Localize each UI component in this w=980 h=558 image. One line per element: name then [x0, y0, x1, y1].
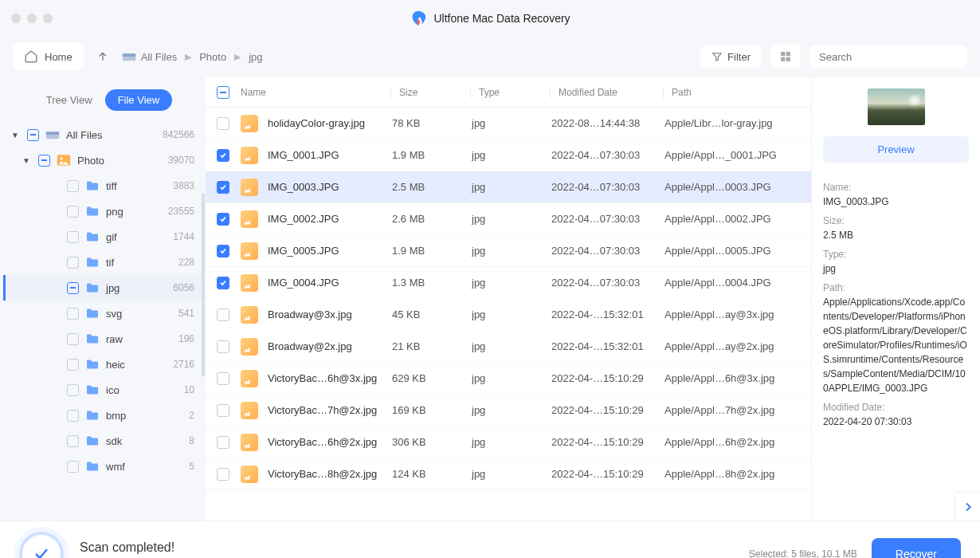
preview-button[interactable]: Preview — [823, 136, 969, 163]
tree-checkbox[interactable] — [67, 180, 79, 192]
file-row[interactable]: IMG_0001.JPG 1.9 MB jpg 2022-04…07:30:03… — [206, 140, 811, 171]
search-input[interactable] — [819, 51, 953, 63]
tree-row-sdk[interactable]: sdk 8 — [3, 428, 206, 454]
file-row[interactable]: holidayColor-gray.jpg 78 KB jpg 2022-08…… — [206, 108, 811, 140]
expand-panel-button[interactable] — [956, 493, 980, 521]
tree-row-tif[interactable]: tif 228 — [3, 250, 206, 275]
file-checkbox[interactable] — [217, 181, 229, 194]
tree-checkbox[interactable] — [67, 435, 79, 447]
file-row[interactable]: Broadway@3x.jpg 45 KB jpg 2022-04-…15:32… — [206, 299, 811, 331]
tree-checkbox[interactable] — [38, 155, 50, 167]
svg-rect-8 — [46, 132, 60, 135]
meta-path-label: Path: — [823, 281, 969, 295]
tree-row-bmp[interactable]: bmp 2 — [3, 403, 206, 428]
minimize-dot[interactable] — [27, 14, 37, 23]
folder-icon — [85, 180, 100, 191]
file-row[interactable]: Broadway@2x.jpg 21 KB jpg 2022-04-…15:32… — [206, 331, 811, 363]
file-type: jpg — [472, 468, 551, 480]
tree-count: 2716 — [173, 359, 194, 370]
tree-checkbox[interactable] — [67, 333, 79, 345]
file-checkbox[interactable] — [217, 340, 229, 353]
tree-row-raw[interactable]: raw 196 — [3, 326, 206, 352]
grid-view-button[interactable] — [771, 45, 800, 69]
file-row[interactable]: IMG_0003.JPG 2.5 MB jpg 2022-04…07:30:03… — [206, 171, 811, 203]
folder-icon — [85, 461, 100, 472]
tree-checkbox[interactable] — [67, 461, 79, 473]
file-checkbox[interactable] — [217, 372, 229, 385]
breadcrumb-1[interactable]: Photo — [199, 51, 226, 63]
tree-checkbox[interactable] — [67, 384, 79, 396]
tree-checkbox[interactable] — [67, 308, 79, 320]
tree-row-heic[interactable]: heic 2716 — [3, 352, 206, 377]
meta-type-label: Type: — [823, 247, 969, 261]
tree-row-photo[interactable]: ▼ Photo 39070 — [3, 147, 206, 173]
file-date: 2022-04-…15:10:29 — [551, 404, 664, 416]
breadcrumb-2[interactable]: jpg — [249, 51, 262, 63]
tree-label: sdk — [106, 435, 189, 447]
search-box[interactable] — [809, 45, 967, 68]
file-checkbox[interactable] — [217, 117, 229, 130]
file-row[interactable]: IMG_0002.JPG 2.6 MB jpg 2022-04…07:30:03… — [206, 203, 811, 235]
col-name[interactable]: Name — [241, 87, 390, 98]
file-row[interactable]: IMG_0004.JPG 1.3 MB jpg 2022-04…07:30:03… — [206, 267, 811, 299]
recover-button[interactable]: Recover — [872, 538, 961, 559]
file-checkbox[interactable] — [217, 213, 229, 226]
file-name: VictoryBac…8h@2x.jpg — [268, 468, 392, 480]
home-button[interactable]: Home — [13, 43, 84, 70]
col-path[interactable]: Path — [663, 86, 811, 99]
tree-row-jpg[interactable]: jpg 6056 — [3, 275, 206, 301]
tree-label: raw — [106, 333, 178, 345]
tree-count: 23555 — [168, 206, 194, 217]
tree-checkbox[interactable] — [27, 129, 39, 141]
tree-checkbox[interactable] — [67, 206, 79, 218]
col-date[interactable]: Modified Date — [550, 86, 663, 99]
file-checkbox[interactable] — [217, 468, 229, 481]
svg-rect-1 — [122, 53, 135, 57]
tree-toggle-icon[interactable]: ▼ — [10, 131, 21, 140]
file-row[interactable]: IMG_0005.JPG 1.9 MB jpg 2022-04…07:30:03… — [206, 235, 811, 267]
tree-checkbox[interactable] — [67, 359, 79, 371]
tree-row-tiff[interactable]: tiff 3883 — [3, 173, 206, 198]
filter-button[interactable]: Filter — [700, 45, 762, 69]
file-row[interactable]: VictoryBac…6h@3x.jpg 629 KB jpg 2022-04-… — [206, 363, 811, 395]
tree-checkbox[interactable] — [67, 410, 79, 422]
tree-row-png[interactable]: png 23555 — [3, 198, 206, 224]
grid-icon — [779, 50, 792, 63]
tab-file-view[interactable]: File View — [105, 89, 173, 111]
tree-row-ico[interactable]: ico 10 — [3, 377, 206, 403]
tree-toggle-icon[interactable]: ▼ — [21, 156, 32, 165]
header-checkbox[interactable] — [217, 86, 229, 99]
tree-checkbox[interactable] — [67, 282, 79, 294]
zoom-dot[interactable] — [43, 14, 53, 23]
file-checkbox[interactable] — [217, 149, 229, 162]
tree-count: 5 — [189, 461, 194, 472]
tab-tree-view[interactable]: Tree View — [33, 89, 105, 111]
file-row[interactable]: VictoryBac…8h@2x.jpg 124 KB jpg 2022-04-… — [206, 458, 811, 490]
up-button[interactable] — [93, 47, 112, 66]
tree-row-all-files[interactable]: ▼ All Files 842566 — [3, 122, 206, 147]
file-row[interactable]: VictoryBac…7h@2x.jpg 169 KB jpg 2022-04-… — [206, 395, 811, 426]
tree-checkbox[interactable] — [67, 257, 79, 269]
tree-count: 842566 — [163, 129, 194, 140]
tree-count: 39070 — [168, 155, 194, 166]
breadcrumb-root[interactable]: All Files — [122, 51, 178, 63]
tree-row-svg[interactable]: svg 541 — [3, 301, 206, 326]
file-date: 2022-04-…15:32:01 — [551, 308, 664, 320]
file-size: 45 KB — [392, 308, 472, 320]
image-icon — [241, 115, 258, 132]
tree-row-wmf[interactable]: wmf 5 — [3, 454, 206, 479]
file-path: Apple/Appl…6h@3x.jpg — [664, 372, 811, 384]
file-checkbox[interactable] — [217, 308, 229, 321]
tree-row-gif[interactable]: gif 1744 — [3, 224, 206, 250]
tree-checkbox[interactable] — [67, 231, 79, 243]
file-row[interactable]: VictoryBac…6h@2x.jpg 306 KB jpg 2022-04-… — [206, 426, 811, 458]
file-checkbox[interactable] — [217, 404, 229, 417]
folder-icon — [57, 155, 71, 166]
close-dot[interactable] — [11, 14, 21, 23]
file-checkbox[interactable] — [217, 436, 229, 449]
col-size[interactable]: Size — [390, 86, 470, 99]
window-controls[interactable] — [11, 14, 53, 23]
file-checkbox[interactable] — [217, 277, 229, 289]
file-checkbox[interactable] — [217, 245, 229, 257]
col-type[interactable]: Type — [470, 86, 550, 99]
